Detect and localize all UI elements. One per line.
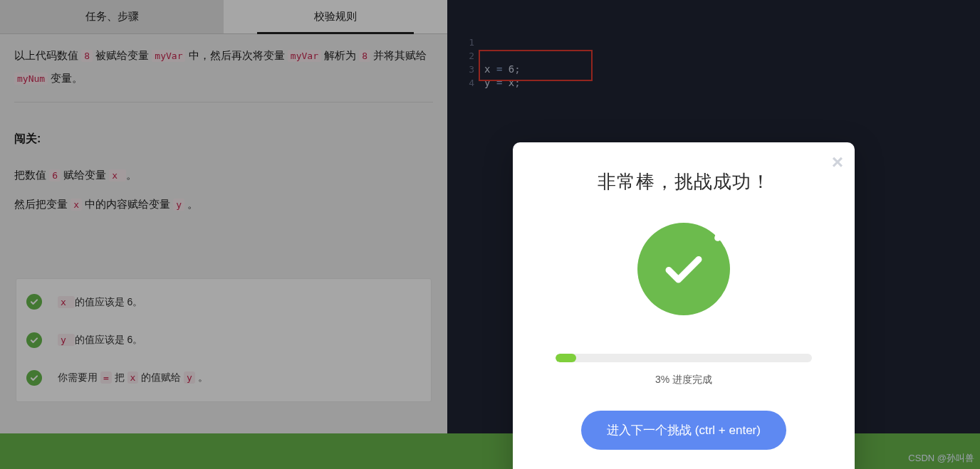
validation-list: x 的值应该是 6。 y 的值应该是 6。 你需要用 = 把 x 的值赋给 y … (16, 278, 432, 402)
code-literal: 8 (81, 50, 93, 62)
check-pass-icon (26, 294, 42, 310)
success-modal: × 非常棒，挑战成功！ 3% 进度完成 进入下一个挑战 (ctrl + ente… (513, 142, 855, 469)
next-challenge-button[interactable]: 进入下一个挑战 (ctrl + enter) (581, 411, 786, 450)
code-literal: myVar (288, 50, 321, 62)
validation-item: x 的值应该是 6。 (26, 283, 421, 321)
validation-item: 你需要用 = 把 x 的值赋给 y 。 (26, 359, 421, 396)
line-number: 3 (447, 63, 474, 76)
tab-rules-label: 校验规则 (314, 10, 357, 22)
line-number: 4 (447, 76, 474, 90)
progress-section: 3% 进度完成 (556, 354, 812, 386)
check-pass-icon (26, 370, 42, 386)
code-literal: = (100, 371, 112, 384)
code-line[interactable] (484, 36, 980, 49)
code-literal: myNum (14, 73, 48, 85)
tab-task[interactable]: 任务、步骤 (0, 0, 224, 33)
code-line[interactable]: x = 6; (484, 63, 980, 76)
line-number: 1 (447, 36, 474, 49)
divider (14, 102, 433, 102)
check-pass-icon (26, 332, 42, 348)
instructions-pane: 任务、步骤 校验规则 以上代码数值 8 被赋给变量 myVar 中，然后再次将变… (0, 0, 447, 469)
code-literal: y (173, 199, 184, 211)
challenge-title: 闯关: (14, 127, 433, 151)
code-content[interactable]: x = 6; y = x; (484, 36, 980, 90)
code-literal: 6 (49, 169, 61, 181)
code-line[interactable] (484, 49, 980, 63)
close-icon[interactable]: × (832, 152, 843, 172)
description-paragraph: 以上代码数值 8 被赋给变量 myVar 中，然后再次将变量 myVar 解析为… (14, 44, 433, 89)
code-literal: 8 (359, 50, 370, 62)
code-literal: x (58, 296, 75, 308)
code-literal: y (58, 334, 75, 346)
progress-label: 3% 进度完成 (556, 374, 812, 386)
code-literal: myVar (152, 50, 185, 62)
code-literal: y (184, 371, 195, 384)
line-gutter: 1 2 3 4 (447, 36, 480, 90)
tab-rules[interactable]: 校验规则 (224, 0, 447, 33)
tabs: 任务、步骤 校验规则 (0, 0, 447, 34)
code-line[interactable]: y = x; (484, 76, 980, 90)
content-area: 以上代码数值 8 被赋给变量 myVar 中，然后再次将变量 myVar 解析为… (0, 34, 447, 416)
code-editor[interactable]: 1 2 3 4 x = 6; y = x; (447, 0, 980, 90)
line-number: 2 (447, 49, 474, 63)
code-literal: x (127, 371, 139, 384)
challenge-line-2: 然后把变量 x 中的内容赋给变量 y 。 (14, 193, 433, 216)
code-literal: x (109, 169, 126, 181)
success-check-icon (637, 223, 730, 315)
validation-item: y 的值应该是 6。 (26, 321, 421, 359)
challenge-line-1: 把数值 6 赋给变量 x 。 (14, 164, 433, 186)
progress-fill (556, 354, 576, 362)
tab-task-label: 任务、步骤 (85, 10, 139, 22)
code-literal: x (71, 199, 82, 211)
progress-bar (556, 354, 812, 362)
modal-title: 非常棒，挑战成功！ (541, 169, 826, 194)
watermark: CSDN @孙叫兽 (908, 452, 974, 465)
